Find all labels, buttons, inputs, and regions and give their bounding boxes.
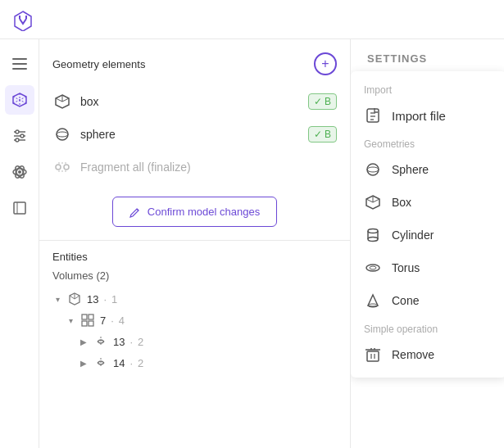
- svg-point-52: [368, 229, 378, 233]
- confirm-btn-label: Confirm model changes: [148, 206, 260, 218]
- svg-point-57: [370, 266, 376, 269]
- entities-section: Entities Volumes (2) ▾ 13 · 1: [39, 251, 350, 373]
- sidebar-item-atom[interactable]: [5, 157, 34, 187]
- app-logo: [10, 7, 36, 33]
- tree-arrow-1[interactable]: ▾: [66, 315, 75, 325]
- check-icon-2: ✓: [314, 129, 322, 140]
- menu-item-cylinder[interactable]: Cylinder: [351, 219, 504, 251]
- tree-id-2: 13: [113, 336, 125, 348]
- tree-arrow-3[interactable]: ▶: [79, 358, 89, 368]
- svg-rect-36: [82, 315, 87, 319]
- tree-arrow-0[interactable]: ▾: [52, 294, 62, 304]
- cylinder-menu-icon: [364, 226, 382, 244]
- geometry-panel-title: Geometry elements: [52, 58, 145, 70]
- svg-point-29: [64, 165, 69, 170]
- tree-icon-box: [67, 292, 82, 306]
- add-geometry-button[interactable]: +: [314, 52, 337, 75]
- tree-item-2: ▶ 13 · 2: [52, 331, 337, 352]
- menu-item-box[interactable]: Box: [351, 186, 504, 219]
- icon-sidebar: [0, 39, 39, 448]
- tree-id-3: 14: [113, 357, 125, 369]
- box-icon: [52, 92, 72, 111]
- svg-point-19: [18, 170, 21, 174]
- settings-panel: SETTINGS Import Import file: [351, 39, 504, 448]
- menu-item-sphere[interactable]: Sphere: [351, 153, 504, 186]
- tree-count-0: 1: [111, 293, 117, 305]
- tree-id-1: 7: [100, 315, 106, 327]
- confirm-model-changes-button[interactable]: Confirm model changes: [112, 197, 277, 227]
- svg-point-26: [57, 129, 68, 140]
- geometry-panel-header: Geometry elements +: [39, 39, 350, 85]
- box-menu-label: Box: [392, 196, 411, 209]
- svg-rect-39: [89, 321, 93, 326]
- svg-rect-5: [12, 68, 27, 70]
- sphere-menu-icon: [364, 161, 382, 179]
- tree-count-2: 2: [138, 336, 143, 348]
- svg-point-14: [20, 134, 24, 138]
- geometry-panel: Geometry elements + box ✓ B: [39, 39, 351, 448]
- remove-menu-label: Remove: [392, 348, 434, 361]
- cone-menu-icon: [364, 292, 382, 310]
- dropdown-menu: Import Import file Geometries: [351, 71, 504, 378]
- tree-icon-link-2: [93, 355, 108, 370]
- box-check-badge: ✓ B: [308, 93, 337, 110]
- check-icon: ✓: [314, 96, 322, 107]
- svg-point-53: [368, 238, 378, 242]
- tree-id-0: 13: [87, 293, 98, 305]
- svg-line-25: [62, 98, 69, 102]
- svg-rect-37: [89, 315, 93, 319]
- geometry-item-fragment: Fragment all (finalize): [52, 151, 337, 183]
- sidebar-item-cube[interactable]: [5, 85, 34, 115]
- svg-line-24: [56, 98, 62, 102]
- svg-line-35: [75, 296, 79, 299]
- menu-item-cone[interactable]: Cone: [351, 284, 504, 317]
- main-layout: Geometry elements + box ✓ B: [0, 39, 504, 448]
- tree-icon-grid: [80, 313, 95, 328]
- entities-title: Entities: [52, 251, 337, 263]
- svg-point-15: [16, 138, 19, 142]
- torus-menu-label: Torus: [392, 261, 420, 274]
- box-label: box: [80, 95, 300, 108]
- svg-rect-59: [367, 351, 379, 361]
- import-file-menu-item[interactable]: Import file: [351, 99, 504, 132]
- svg-rect-3: [12, 58, 27, 60]
- geometries-section-label: Geometries: [351, 132, 504, 153]
- svg-rect-38: [82, 321, 87, 326]
- geometry-item-sphere: sphere ✓ B: [52, 118, 337, 151]
- confirm-btn-wrapper: Confirm model changes: [39, 183, 350, 240]
- svg-marker-0: [15, 11, 31, 31]
- geometry-list: box ✓ B sphere ✓ B: [39, 85, 350, 183]
- tree-item-1: ▾ 7 · 4: [52, 310, 337, 331]
- svg-point-46: [367, 164, 379, 175]
- sidebar-item-menu[interactable]: [5, 49, 34, 79]
- pencil-icon: [129, 206, 141, 218]
- sphere-check-badge: ✓ B: [308, 126, 337, 143]
- volumes-title: Volumes (2): [52, 269, 337, 282]
- box-menu-icon: [364, 193, 382, 211]
- fragment-label: Fragment all (finalize): [80, 161, 337, 174]
- svg-point-27: [57, 132, 68, 137]
- tree-arrow-2[interactable]: ▶: [79, 337, 89, 346]
- sidebar-item-view[interactable]: [5, 193, 34, 223]
- import-file-icon: [364, 106, 382, 124]
- settings-header: SETTINGS: [351, 39, 504, 71]
- svg-point-13: [16, 130, 19, 133]
- tree-item-0: ▾ 13 · 1: [52, 288, 337, 310]
- top-bar: [0, 0, 504, 39]
- menu-item-torus[interactable]: Torus: [351, 251, 504, 284]
- svg-point-47: [367, 167, 379, 172]
- torus-menu-icon: [364, 259, 382, 277]
- svg-rect-20: [14, 202, 25, 214]
- svg-line-50: [366, 199, 373, 202]
- sphere-menu-label: Sphere: [392, 163, 429, 176]
- cylinder-menu-label: Cylinder: [392, 229, 434, 242]
- sphere-icon: [52, 124, 72, 144]
- sphere-check-label: B: [325, 129, 331, 140]
- sidebar-item-sliders[interactable]: [5, 121, 34, 151]
- geometry-item-box: box ✓ B: [52, 85, 337, 118]
- tree-item-3: ▶ 14 · 2: [52, 352, 337, 373]
- svg-rect-4: [12, 63, 27, 65]
- svg-line-34: [70, 296, 75, 299]
- menu-item-remove[interactable]: Remove: [351, 338, 504, 371]
- svg-point-28: [56, 165, 61, 170]
